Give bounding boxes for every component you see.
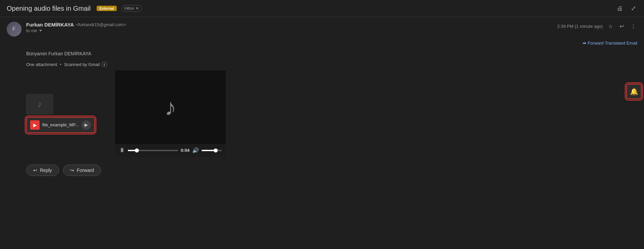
attachment-filename: file_example_MP...: [42, 122, 79, 127]
audio-progress-thumb: [135, 148, 139, 152]
forward-arrow-icon: ↪: [70, 168, 74, 173]
print-button[interactable]: 🖨: [615, 4, 624, 13]
badge-external: External: [97, 6, 116, 11]
right-sidebar: 🔔: [624, 84, 644, 99]
volume-thumb: [214, 148, 218, 152]
audio-progress-bar[interactable]: [128, 150, 178, 151]
email-header: Opening audio files in Gmail External In…: [0, 0, 644, 17]
attachment-section: One attachment • Scanned by Gmail ℹ ♪ ▶: [26, 62, 637, 157]
email-subject: Opening audio files in Gmail: [7, 5, 91, 12]
email-container: Opening audio files in Gmail External In…: [0, 0, 644, 249]
forward-bar: ➡ Forward Translated Email: [0, 39, 644, 48]
reply-icon-button[interactable]: ↩: [618, 22, 625, 31]
sender-info: Furkan DEMİRKAYA <furkandr15@gmail.com> …: [26, 22, 552, 33]
audio-video-box: ♪: [115, 70, 226, 144]
bell-icon: 🔔: [630, 87, 638, 96]
sender-actions: 2:39 PM (1 minute ago) ☆ ↩ ⋮: [557, 22, 637, 31]
attachment-thumbnail: ♪: [26, 94, 53, 114]
attachment-label: One attachment • Scanned by Gmail ℹ: [26, 62, 637, 67]
email-timestamp: 2:39 PM (1 minute ago): [557, 24, 603, 29]
more-options-button[interactable]: ⋮: [629, 22, 637, 31]
chevron-down-icon[interactable]: [39, 30, 42, 32]
audio-time-display: 0:04: [181, 148, 190, 153]
forward-button[interactable]: ↪ Forward: [63, 165, 101, 176]
reply-button[interactable]: ↩ Reply: [26, 165, 59, 176]
avatar: F: [7, 22, 21, 37]
music-note-small-icon: ♪: [38, 100, 42, 109]
forward-translated-link[interactable]: ➡ Forward Translated Email: [583, 41, 637, 46]
close-inbox-badge[interactable]: ✕: [136, 6, 139, 11]
attachment-preview-area: ♪ ▶ file_example_MP... ▶ ♪: [26, 70, 637, 157]
pause-button[interactable]: ⏸: [119, 147, 125, 154]
reply-arrow-icon: ↩: [33, 168, 37, 173]
audio-player-area: ♪ ⏸ 0:04 🔊: [115, 70, 226, 157]
volume-bar[interactable]: [202, 150, 222, 151]
sidebar-notification-button[interactable]: 🔔: [626, 84, 642, 99]
sender-to: to me: [26, 28, 552, 33]
sender-email: <furkandr15@gmail.com>: [76, 22, 126, 27]
volume-icon: 🔊: [192, 147, 199, 153]
attachment-file-icon: ▶: [30, 120, 40, 130]
attachment-download-icon[interactable]: ▶: [82, 120, 91, 130]
email-body: Bünyamin Furkan DEMİRKAYA One attachment…: [0, 48, 644, 159]
audio-controls: ⏸ 0:04 🔊: [115, 144, 226, 157]
scanned-info-icon[interactable]: ℹ: [102, 62, 107, 67]
reply-forward-row: ↩ Reply ↪ Forward: [0, 159, 644, 181]
header-icons: 🖨 ⤢: [615, 3, 637, 13]
sender-name: Furkan DEMİRKAYA: [26, 22, 74, 27]
attachment-chip[interactable]: ▶ file_example_MP... ▶: [26, 117, 95, 133]
sender-row: F Furkan DEMİRKAYA <furkandr15@gmail.com…: [0, 17, 644, 39]
music-note-icon: ♪: [164, 94, 176, 121]
open-new-button[interactable]: ⤢: [630, 3, 637, 13]
star-button[interactable]: ☆: [607, 22, 614, 31]
body-sender-label: Bünyamin Furkan DEMİRKAYA: [26, 51, 637, 56]
badge-inbox[interactable]: Inbox ✕: [121, 5, 142, 12]
